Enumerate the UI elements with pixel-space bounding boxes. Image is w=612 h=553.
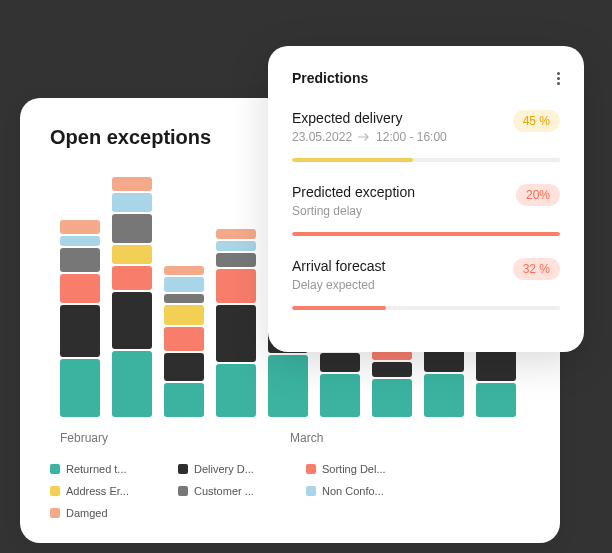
- bar-segment: [60, 305, 100, 358]
- legend-label: Delivery D...: [194, 463, 254, 475]
- legend-label: Customer ...: [194, 485, 254, 497]
- arrow-right-icon: [358, 133, 370, 141]
- legend-swatch: [178, 464, 188, 474]
- prediction-time: 12:00 - 16:00: [376, 130, 447, 144]
- legend-swatch: [306, 486, 316, 496]
- percentage-badge: 32 %: [513, 258, 560, 280]
- bar-segment: [112, 266, 152, 290]
- bar-segment: [60, 274, 100, 303]
- prediction-subtitle: Delay expected: [292, 278, 385, 292]
- progress-bar: [292, 306, 560, 310]
- bar-segment: [216, 253, 256, 267]
- legend-swatch: [50, 464, 60, 474]
- card-title: Predictions: [292, 70, 368, 86]
- x-axis-label: March: [290, 431, 520, 445]
- prediction-title: Expected delivery: [292, 110, 447, 126]
- prediction-subtitle: Sorting delay: [292, 204, 415, 218]
- prediction-title: Predicted exception: [292, 184, 415, 200]
- more-options-icon[interactable]: [557, 72, 560, 85]
- bar-segment: [112, 245, 152, 264]
- bar-segment: [112, 292, 152, 349]
- legend-item: Returned t...: [50, 463, 158, 475]
- progress-bar: [292, 232, 560, 236]
- bar-segment: [164, 266, 204, 276]
- bar-column: [60, 177, 100, 417]
- bar-segment: [164, 277, 204, 291]
- progress-fill: [292, 232, 560, 236]
- bar-segment: [112, 351, 152, 418]
- bar-segment: [216, 305, 256, 363]
- legend-swatch: [306, 464, 316, 474]
- legend-item: Delivery D...: [178, 463, 286, 475]
- legend-item: Customer ...: [178, 485, 286, 497]
- bar-segment: [372, 379, 412, 417]
- progress-bar: [292, 158, 560, 162]
- bar-segment: [216, 229, 256, 239]
- bar-segment: [216, 364, 256, 417]
- bar-column: [164, 177, 204, 417]
- progress-fill: [292, 158, 413, 162]
- legend-item: Non Confo...: [306, 485, 414, 497]
- bar-segment: [112, 193, 152, 212]
- bar-segment: [164, 383, 204, 417]
- bar-segment: [216, 269, 256, 303]
- bar-column: [112, 177, 152, 417]
- x-axis-labels: February March: [50, 425, 530, 463]
- legend-label: Non Confo...: [322, 485, 384, 497]
- bar-segment: [164, 353, 204, 382]
- bar-segment: [164, 294, 204, 304]
- legend-swatch: [50, 508, 60, 518]
- legend-swatch: [50, 486, 60, 496]
- bar-segment: [164, 305, 204, 324]
- bar-segment: [216, 241, 256, 251]
- chart-legend: Returned t...Delivery D...Sorting Del...…: [50, 463, 530, 519]
- prediction-item: Expected delivery23.05.202212:00 - 16:00…: [292, 110, 560, 162]
- legend-label: Damged: [66, 507, 108, 519]
- bar-segment: [424, 374, 464, 417]
- bar-segment: [476, 383, 516, 417]
- bar-segment: [60, 248, 100, 272]
- x-axis-label: February: [60, 431, 290, 445]
- legend-item: Sorting Del...: [306, 463, 414, 475]
- legend-item: Damged: [50, 507, 158, 519]
- prediction-title: Arrival forecast: [292, 258, 385, 274]
- prediction-item: Arrival forecastDelay expected32 %: [292, 258, 560, 310]
- legend-label: Sorting Del...: [322, 463, 386, 475]
- predictions-card: Predictions Expected delivery23.05.20221…: [268, 46, 584, 352]
- bar-segment: [112, 177, 152, 191]
- legend-swatch: [178, 486, 188, 496]
- percentage-badge: 45 %: [513, 110, 560, 132]
- legend-item: Address Er...: [50, 485, 158, 497]
- bar-segment: [320, 353, 360, 372]
- bar-segment: [60, 220, 100, 234]
- bar-segment: [60, 359, 100, 417]
- bar-segment: [112, 214, 152, 243]
- bar-segment: [268, 355, 308, 417]
- bar-segment: [60, 236, 100, 246]
- percentage-badge: 20%: [516, 184, 560, 206]
- legend-label: Address Er...: [66, 485, 129, 497]
- bar-column: [216, 177, 256, 417]
- prediction-date: 23.05.2022: [292, 130, 352, 144]
- bar-segment: [372, 362, 412, 376]
- legend-label: Returned t...: [66, 463, 127, 475]
- bar-segment: [320, 374, 360, 417]
- prediction-item: Predicted exceptionSorting delay20%: [292, 184, 560, 236]
- bar-segment: [372, 351, 412, 361]
- prediction-subtitle: 23.05.202212:00 - 16:00: [292, 130, 447, 144]
- bar-segment: [164, 327, 204, 351]
- progress-fill: [292, 306, 386, 310]
